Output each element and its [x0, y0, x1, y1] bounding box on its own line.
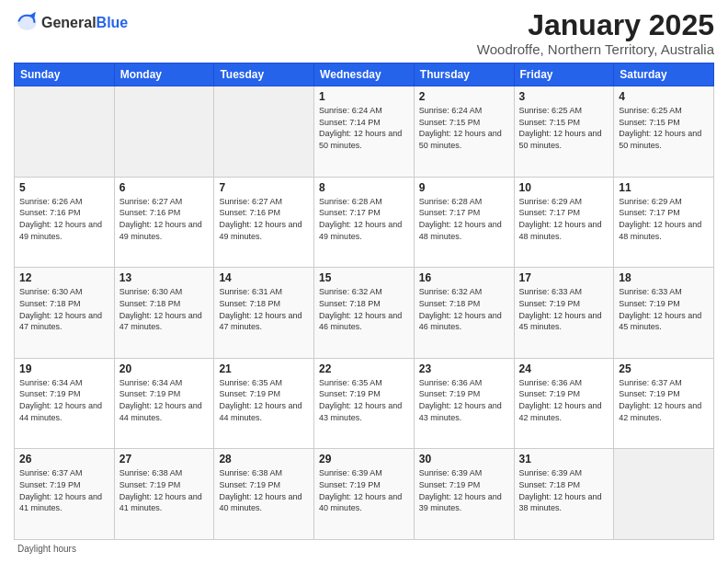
day-info: Sunrise: 6:36 AM Sunset: 7:19 PM Dayligh… [419, 377, 509, 423]
col-thursday: Thursday [414, 63, 514, 86]
calendar-week-row: 26Sunrise: 6:37 AM Sunset: 7:19 PM Dayli… [15, 449, 714, 540]
table-row: 1Sunrise: 6:24 AM Sunset: 7:14 PM Daylig… [314, 86, 415, 178]
table-row: 16Sunrise: 6:32 AM Sunset: 7:18 PM Dayli… [414, 268, 514, 359]
day-info: Sunrise: 6:29 AM Sunset: 7:17 PM Dayligh… [519, 196, 609, 242]
table-row: 10Sunrise: 6:29 AM Sunset: 7:17 PM Dayli… [514, 177, 614, 268]
day-number: 3 [519, 90, 609, 103]
logo-blue-text: Blue [97, 15, 129, 30]
col-saturday: Saturday [614, 63, 714, 86]
page: GeneralBlue January 2025 Woodroffe, Nort… [0, 0, 728, 563]
day-info: Sunrise: 6:35 AM Sunset: 7:19 PM Dayligh… [319, 377, 409, 423]
header: GeneralBlue January 2025 Woodroffe, Nort… [14, 9, 714, 57]
day-info: Sunrise: 6:33 AM Sunset: 7:19 PM Dayligh… [619, 286, 709, 332]
table-row: 12Sunrise: 6:30 AM Sunset: 7:18 PM Dayli… [15, 268, 115, 359]
day-number: 16 [419, 271, 509, 284]
day-number: 15 [319, 271, 409, 284]
day-number: 2 [419, 90, 509, 103]
day-info: Sunrise: 6:37 AM Sunset: 7:19 PM Dayligh… [619, 377, 709, 423]
day-info: Sunrise: 6:39 AM Sunset: 7:19 PM Dayligh… [319, 467, 409, 513]
day-number: 8 [319, 181, 409, 194]
table-row: 28Sunrise: 6:38 AM Sunset: 7:19 PM Dayli… [214, 449, 314, 540]
day-info: Sunrise: 6:25 AM Sunset: 7:15 PM Dayligh… [519, 105, 609, 151]
table-row [614, 449, 714, 540]
table-row: 23Sunrise: 6:36 AM Sunset: 7:19 PM Dayli… [414, 358, 514, 449]
table-row: 20Sunrise: 6:34 AM Sunset: 7:19 PM Dayli… [114, 358, 214, 449]
table-row: 11Sunrise: 6:29 AM Sunset: 7:17 PM Dayli… [614, 177, 714, 268]
table-row: 27Sunrise: 6:38 AM Sunset: 7:19 PM Dayli… [114, 449, 214, 540]
table-row: 18Sunrise: 6:33 AM Sunset: 7:19 PM Dayli… [614, 268, 714, 359]
day-info: Sunrise: 6:33 AM Sunset: 7:19 PM Dayligh… [519, 286, 609, 332]
day-info: Sunrise: 6:38 AM Sunset: 7:19 PM Dayligh… [219, 467, 309, 513]
day-info: Sunrise: 6:29 AM Sunset: 7:17 PM Dayligh… [619, 196, 709, 242]
table-row: 7Sunrise: 6:27 AM Sunset: 7:16 PM Daylig… [214, 177, 314, 268]
calendar-week-row: 1Sunrise: 6:24 AM Sunset: 7:14 PM Daylig… [15, 86, 714, 178]
day-number: 28 [219, 453, 309, 465]
table-row: 5Sunrise: 6:26 AM Sunset: 7:16 PM Daylig… [15, 177, 115, 268]
day-info: Sunrise: 6:39 AM Sunset: 7:19 PM Dayligh… [419, 467, 509, 513]
logo-icon [14, 9, 40, 35]
logo: GeneralBlue [14, 9, 128, 35]
day-info: Sunrise: 6:26 AM Sunset: 7:16 PM Dayligh… [19, 196, 109, 242]
day-info: Sunrise: 6:28 AM Sunset: 7:17 PM Dayligh… [319, 196, 409, 242]
day-number: 12 [19, 271, 109, 284]
month-title: January 2025 [477, 9, 714, 41]
day-info: Sunrise: 6:38 AM Sunset: 7:19 PM Dayligh… [119, 467, 210, 513]
table-row: 30Sunrise: 6:39 AM Sunset: 7:19 PM Dayli… [414, 449, 514, 540]
day-info: Sunrise: 6:27 AM Sunset: 7:16 PM Dayligh… [119, 196, 210, 242]
day-number: 17 [519, 271, 609, 284]
title-block: January 2025 Woodroffe, Northern Territo… [477, 9, 714, 57]
location-title: Woodroffe, Northern Territory, Australia [477, 41, 714, 57]
day-number: 19 [19, 362, 109, 375]
day-number: 4 [619, 90, 709, 103]
table-row: 13Sunrise: 6:30 AM Sunset: 7:18 PM Dayli… [114, 268, 214, 359]
day-number: 1 [319, 90, 409, 103]
table-row: 14Sunrise: 6:31 AM Sunset: 7:18 PM Dayli… [214, 268, 314, 359]
table-row: 17Sunrise: 6:33 AM Sunset: 7:19 PM Dayli… [514, 268, 614, 359]
table-row: 25Sunrise: 6:37 AM Sunset: 7:19 PM Dayli… [614, 358, 714, 449]
day-info: Sunrise: 6:24 AM Sunset: 7:15 PM Dayligh… [419, 105, 509, 151]
day-number: 22 [319, 362, 409, 375]
day-number: 5 [19, 181, 109, 194]
day-info: Sunrise: 6:31 AM Sunset: 7:18 PM Dayligh… [219, 286, 309, 332]
table-row [114, 86, 214, 178]
day-info: Sunrise: 6:39 AM Sunset: 7:18 PM Dayligh… [519, 467, 609, 513]
table-row: 2Sunrise: 6:24 AM Sunset: 7:15 PM Daylig… [414, 86, 514, 178]
table-row [214, 86, 314, 178]
table-row: 15Sunrise: 6:32 AM Sunset: 7:18 PM Dayli… [314, 268, 415, 359]
day-number: 13 [119, 271, 210, 284]
footer-note: Daylight hours [14, 544, 714, 554]
day-info: Sunrise: 6:30 AM Sunset: 7:18 PM Dayligh… [19, 286, 109, 332]
day-number: 9 [419, 181, 509, 194]
day-info: Sunrise: 6:36 AM Sunset: 7:19 PM Dayligh… [519, 377, 609, 423]
col-tuesday: Tuesday [214, 63, 314, 86]
day-info: Sunrise: 6:34 AM Sunset: 7:19 PM Dayligh… [19, 377, 109, 423]
calendar-week-row: 12Sunrise: 6:30 AM Sunset: 7:18 PM Dayli… [15, 268, 714, 359]
day-number: 31 [519, 453, 609, 465]
col-sunday: Sunday [15, 63, 115, 86]
logo-general-text: General [41, 15, 97, 30]
table-row: 21Sunrise: 6:35 AM Sunset: 7:19 PM Dayli… [214, 358, 314, 449]
day-number: 25 [619, 362, 709, 375]
table-row: 4Sunrise: 6:25 AM Sunset: 7:15 PM Daylig… [614, 86, 714, 178]
table-row: 31Sunrise: 6:39 AM Sunset: 7:18 PM Dayli… [514, 449, 614, 540]
day-number: 23 [419, 362, 509, 375]
calendar-week-row: 5Sunrise: 6:26 AM Sunset: 7:16 PM Daylig… [15, 177, 714, 268]
calendar-week-row: 19Sunrise: 6:34 AM Sunset: 7:19 PM Dayli… [15, 358, 714, 449]
day-info: Sunrise: 6:34 AM Sunset: 7:19 PM Dayligh… [119, 377, 210, 423]
col-wednesday: Wednesday [314, 63, 415, 86]
day-info: Sunrise: 6:37 AM Sunset: 7:19 PM Dayligh… [19, 467, 109, 513]
day-number: 30 [419, 453, 509, 465]
table-row: 3Sunrise: 6:25 AM Sunset: 7:15 PM Daylig… [514, 86, 614, 178]
day-number: 29 [319, 453, 409, 465]
day-number: 27 [119, 453, 210, 465]
day-number: 18 [619, 271, 709, 284]
day-info: Sunrise: 6:30 AM Sunset: 7:18 PM Dayligh… [119, 286, 210, 332]
table-row [15, 86, 115, 178]
day-number: 26 [19, 453, 109, 465]
table-row: 26Sunrise: 6:37 AM Sunset: 7:19 PM Dayli… [15, 449, 115, 540]
col-monday: Monday [114, 63, 214, 86]
day-number: 14 [219, 271, 309, 284]
table-row: 29Sunrise: 6:39 AM Sunset: 7:19 PM Dayli… [314, 449, 415, 540]
table-row: 8Sunrise: 6:28 AM Sunset: 7:17 PM Daylig… [314, 177, 415, 268]
day-number: 7 [219, 181, 309, 194]
